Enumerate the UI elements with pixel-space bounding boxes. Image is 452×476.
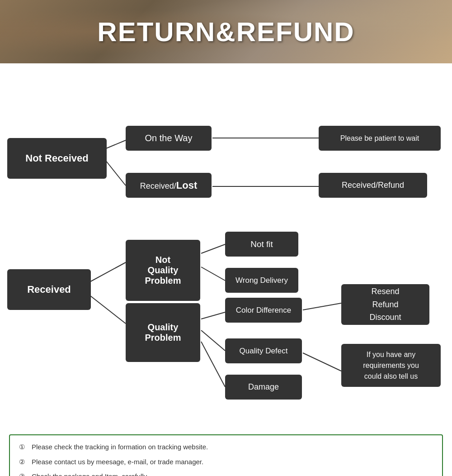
header-banner: RETURN&REFUND <box>0 0 452 63</box>
svg-line-11 <box>303 303 341 310</box>
node-received-refund: Received/Refund <box>319 173 427 198</box>
note-number-1: ① <box>19 442 32 452</box>
note-text-1: Please check the tracking in formation o… <box>32 442 208 452</box>
node-resend-refund-discount: Resend Refund Discount <box>341 284 429 325</box>
svg-line-10 <box>201 342 225 387</box>
node-not-quality-problem: Not Quality Problem <box>126 240 200 301</box>
svg-line-5 <box>88 294 126 324</box>
note-text-3: Check the package and Item, carefully. <box>32 471 148 476</box>
svg-line-9 <box>201 330 225 351</box>
node-color-difference: Color Difference <box>225 298 302 323</box>
notes-box: ① Please check the tracking in formation… <box>9 434 443 476</box>
page-title: RETURN&REFUND <box>97 16 354 48</box>
note-item-1: ① Please check the tracking in formation… <box>19 442 433 452</box>
note-number-2: ② <box>19 457 32 467</box>
svg-line-4 <box>88 262 126 283</box>
svg-line-7 <box>201 267 225 281</box>
node-quality-defect: Quality Defect <box>225 338 302 363</box>
main-content: Not Received On the Way Received/Lost Pl… <box>0 63 452 476</box>
note-number-3: ③ <box>19 471 32 476</box>
node-on-the-way: On the Way <box>126 126 212 151</box>
node-please-wait: Please be patient to wait <box>319 126 441 151</box>
node-not-received: Not Received <box>7 138 107 179</box>
svg-line-12 <box>303 353 341 371</box>
node-not-fit: Not fit <box>225 232 298 257</box>
node-damage: Damage <box>225 375 302 400</box>
flowchart: Not Received On the Way Received/Lost Pl… <box>5 72 447 425</box>
node-if-you-have: If you have any requirements you could a… <box>341 344 441 387</box>
svg-line-1 <box>104 158 126 186</box>
node-wrong-delivery: Wrong Delivery <box>225 268 298 293</box>
svg-line-6 <box>201 244 225 253</box>
note-item-3: ③ Check the package and Item, carefully. <box>19 471 433 476</box>
node-received: Received <box>7 269 91 310</box>
node-received-lost: Received/Lost <box>126 173 212 198</box>
svg-line-0 <box>104 140 126 149</box>
note-item-2: ② Please contact us by meesage, e-mail, … <box>19 457 433 467</box>
node-quality-problem: Quality Problem <box>126 303 200 362</box>
svg-line-8 <box>201 312 225 319</box>
note-text-2: Please contact us by meesage, e-mail, or… <box>32 457 203 467</box>
